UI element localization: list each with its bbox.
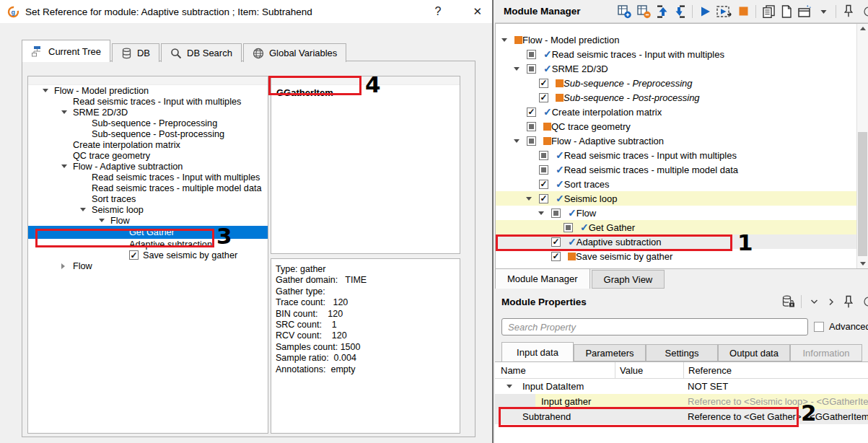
module-row-sort-traces[interactable]: ✓Sort traces: [496, 177, 867, 191]
module-checkbox[interactable]: [527, 64, 536, 74]
tree-item-srme-2d-3d[interactable]: SRME 2D/3D: [28, 107, 268, 118]
tree-item-create-interpolation-matrix[interactable]: Create interpolation matrix: [28, 139, 268, 150]
module-checkbox[interactable]: [564, 223, 573, 232]
tree-icon: [31, 45, 43, 57]
column-reference[interactable]: Reference: [684, 362, 868, 378]
search-property-input[interactable]: [501, 318, 808, 335]
tab-output-data[interactable]: Output data: [718, 344, 790, 361]
tab-input-data[interactable]: Input data: [501, 342, 574, 361]
module-checkbox[interactable]: [539, 151, 548, 160]
module-checkbox[interactable]: [551, 252, 561, 261]
module-row-srme-2d-3d[interactable]: ✓SRME 2D/3D: [496, 61, 867, 76]
table-row-input-dataitem[interactable]: Input DataItem NOT SET: [495, 379, 868, 394]
module-checkbox[interactable]: [539, 180, 548, 189]
collapse-icon[interactable]: [514, 139, 520, 143]
collapse-icon[interactable]: [501, 38, 507, 42]
module-checkbox[interactable]: [539, 79, 548, 88]
module-checkbox[interactable]: [539, 165, 548, 175]
database-lock-button[interactable]: [781, 293, 795, 310]
module-checkbox[interactable]: [527, 108, 536, 117]
tab-module-manager[interactable]: Module Manager: [495, 268, 590, 289]
run-button[interactable]: [698, 3, 711, 20]
module-row-flow[interactable]: ✓Flow: [496, 206, 867, 220]
scroll-up-icon[interactable]: [860, 27, 866, 30]
module-row-flow-adaptive-subtraction[interactable]: Flow - Adaptive subtraction: [496, 133, 867, 148]
copy-button[interactable]: [762, 3, 776, 20]
dropdown-arrow-button[interactable]: [817, 3, 830, 20]
collapse-icon[interactable]: [99, 219, 105, 222]
module-row-create-interpolation-matrix[interactable]: ✓Create interpolation matrix: [496, 105, 867, 119]
tab-parameters[interactable]: Parameters: [574, 344, 646, 361]
tree-item-sub-sequence-post-processing[interactable]: Sub-sequence - Post-processing: [28, 128, 268, 139]
tree-item-flow-adaptive-subtraction[interactable]: Flow - Adaptive subtraction: [28, 161, 268, 172]
expand-icon[interactable]: [507, 385, 512, 388]
new-window-button[interactable]: [797, 3, 812, 20]
tree-item-read-seismic-traces-multiple-model-data[interactable]: Read seismic traces - multiple model dat…: [28, 183, 268, 193]
tab-settings[interactable]: Settings: [646, 344, 718, 361]
chevron-right-button[interactable]: [825, 293, 838, 310]
pin-button[interactable]: [842, 293, 855, 310]
tab-db[interactable]: DB: [112, 43, 159, 62]
tree-item-sub-sequence-preprocessing[interactable]: Sub-sequence - Preprocessing: [28, 118, 268, 128]
collapse-icon[interactable]: [514, 67, 520, 71]
checkbox[interactable]: [129, 250, 139, 260]
collapse-icon[interactable]: [80, 208, 86, 211]
remove-module-button[interactable]: [636, 3, 652, 20]
module-checkbox[interactable]: [539, 194, 548, 203]
new-document-button[interactable]: [780, 3, 793, 20]
column-name[interactable]: Name: [495, 362, 615, 378]
property-line: SRC count: 1: [276, 320, 455, 330]
collapse-icon[interactable]: [538, 211, 544, 215]
tab-global-variables[interactable]: Global Variables: [243, 43, 346, 62]
module-row-sub-sequence-preprocessing[interactable]: Sub-sequence - Preprocessing: [496, 76, 867, 90]
module-row-sub-sequence-post-processing[interactable]: Sub-sequence - Post-processing: [496, 90, 867, 105]
module-checkbox[interactable]: [539, 93, 548, 102]
scroll-down-icon[interactable]: [860, 262, 866, 266]
module-row-read-seismic-traces-multiple-model-data[interactable]: ✓Read seismic traces - multiple model da…: [496, 162, 867, 177]
tree-item-seismic-loop[interactable]: Seismic loop: [28, 204, 268, 215]
move-down-button[interactable]: [673, 3, 686, 20]
tab-current-tree[interactable]: Current Tree: [22, 40, 110, 62]
collapse-icon[interactable]: [61, 165, 67, 168]
move-up-button[interactable]: [656, 3, 669, 20]
module-row-get-gather[interactable]: ✓Get Gather: [496, 220, 867, 234]
expand-icon[interactable]: [61, 263, 65, 269]
module-checkbox[interactable]: [551, 209, 561, 218]
module-row-read-seismic-traces-input-with-multiples[interactable]: ✓Read seismic traces - Input with multip…: [496, 47, 867, 61]
module-row-flow-model-prediction[interactable]: Flow - Model prediction: [496, 32, 867, 47]
scrollbar-thumb[interactable]: [858, 132, 867, 256]
column-value[interactable]: Value: [615, 362, 684, 378]
module-row-read-seismic-traces-input-with-multiples[interactable]: ✓Read seismic traces - Input with multip…: [496, 148, 867, 162]
add-module-button[interactable]: [617, 3, 632, 20]
module-row-seismic-loop[interactable]: ✓Seismic loop: [496, 191, 867, 206]
annotation-number-3: 3: [216, 225, 232, 247]
tree-scrollbar[interactable]: [856, 24, 868, 268]
tree-item-qc-trace-geometry[interactable]: QC trace geometry: [28, 150, 268, 161]
search-property-field[interactable]: [501, 318, 808, 335]
tree-item-flow-model-prediction[interactable]: Flow - Model prediction: [28, 85, 268, 96]
tree-item-read-seismic-traces-input-with-multiples[interactable]: Read seismic traces - Input with multipl…: [28, 172, 268, 183]
advanced-checkbox[interactable]: [814, 322, 824, 332]
module-checkbox[interactable]: [527, 50, 536, 59]
chevron-down-button[interactable]: [807, 293, 820, 310]
collapse-icon[interactable]: [526, 197, 532, 201]
tab-graph-view[interactable]: Graph View: [592, 270, 665, 289]
module-row-qc-trace-geometry[interactable]: QC trace geometry: [496, 119, 867, 133]
module-row-save-seismic-by-gather[interactable]: Save seismic by gather: [496, 249, 867, 263]
tree-item-sort-traces[interactable]: Sort traces: [28, 193, 268, 204]
stop-button[interactable]: [737, 3, 750, 20]
collapse-icon[interactable]: [43, 89, 48, 92]
module-checkbox[interactable]: [527, 136, 536, 146]
close-button[interactable]: ✕: [473, 5, 482, 18]
collapse-icon[interactable]: [61, 110, 67, 114]
tab-db-search[interactable]: DB Search: [161, 43, 242, 62]
tree-item-label: Sub-sequence - Post-processing: [92, 129, 224, 139]
pin-button[interactable]: [842, 3, 855, 20]
tree-item-save-seismic-by-gather[interactable]: Save seismic by gather: [28, 250, 268, 260]
help-button[interactable]: ?: [435, 5, 442, 18]
app-logo-icon: g: [7, 6, 19, 18]
module-checkbox[interactable]: [527, 122, 536, 131]
run-in-flow-button[interactable]: [716, 3, 732, 20]
tree-item-flow[interactable]: Flow: [28, 260, 268, 271]
tree-item-read-seismic-traces-input-with-multiples[interactable]: Read seismic traces - Input with multipl…: [28, 96, 268, 107]
